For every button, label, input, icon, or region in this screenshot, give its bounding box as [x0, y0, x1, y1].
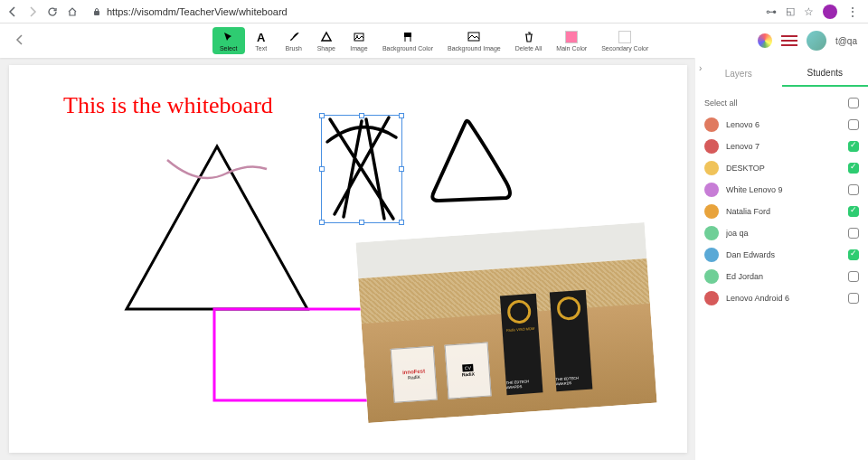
tool-maincolor[interactable]: Main Color: [549, 27, 594, 54]
student-row[interactable]: joa qa: [704, 222, 859, 244]
student-row[interactable]: Natalia Ford: [704, 201, 859, 222]
tool-label: Secondary Color: [601, 45, 648, 52]
back-chevron-icon[interactable]: [14, 33, 25, 49]
student-row[interactable]: Dan Edwards: [704, 244, 859, 266]
embedded-image[interactable]: innoFestRadiX CVRadiX Radix VISO MDMTHE …: [355, 222, 656, 423]
side-panel: › Layers Students Select all Lenovo 6Len…: [694, 58, 868, 460]
student-row[interactable]: Lenovo 6: [704, 114, 859, 136]
student-checkbox[interactable]: [848, 271, 859, 282]
award-text: RadiX: [462, 371, 476, 378]
student-name: Ed Jordan: [726, 272, 841, 281]
select-all-checkbox[interactable]: [848, 98, 859, 108]
browser-back-button[interactable]: [5, 5, 20, 19]
browser-home-button[interactable]: [65, 5, 80, 19]
student-row[interactable]: Ed Jordan: [704, 266, 859, 287]
tool-image[interactable]: Image: [343, 27, 375, 54]
student-checkbox[interactable]: [848, 184, 859, 195]
student-name: Lenovo Android 6: [726, 294, 841, 303]
star-icon[interactable]: ☆: [804, 5, 814, 18]
student-avatar: [704, 139, 719, 154]
shape-icon: [319, 30, 334, 44]
flag-icon[interactable]: [781, 35, 797, 46]
student-name: DESKTOP: [726, 164, 841, 173]
brush-stroke-pink[interactable]: [163, 155, 271, 192]
svg-text:A: A: [257, 31, 266, 43]
tool-label: Image: [350, 45, 367, 52]
whiteboard-canvas[interactable]: This is the whiteboard: [9, 65, 687, 453]
award-text: THE EDTECH AWARDS: [505, 378, 542, 390]
menu-icon[interactable]: ⋮: [846, 5, 859, 19]
student-checkbox[interactable]: [848, 249, 859, 260]
student-row[interactable]: White Lenovo 9: [704, 179, 859, 201]
lock-icon: [92, 4, 101, 20]
tool-brush[interactable]: Brush: [278, 27, 310, 54]
tab-layers[interactable]: Layers: [695, 60, 782, 87]
panel-collapse-icon[interactable]: ›: [699, 63, 702, 73]
tool-bgimage[interactable]: Background Image: [440, 27, 508, 54]
student-row[interactable]: Lenovo 7: [704, 136, 859, 157]
student-avatar: [704, 269, 719, 284]
student-name: joa qa: [726, 229, 841, 238]
student-row[interactable]: DESKTOP: [704, 157, 859, 179]
award-text: Radix VISO MDM: [506, 326, 535, 333]
tool-label: Background Image: [448, 45, 501, 52]
browser-reload-button[interactable]: [45, 5, 60, 19]
student-checkbox[interactable]: [848, 163, 859, 174]
palette-icon[interactable]: [758, 33, 772, 48]
image-icon: [352, 30, 366, 44]
bgcolor-icon: [401, 30, 415, 44]
profile-icon[interactable]: [823, 5, 837, 19]
tool-shape[interactable]: Shape: [310, 27, 343, 54]
select-all-row[interactable]: Select all: [704, 92, 859, 114]
student-avatar: [704, 226, 719, 240]
url-text[interactable]: https://visomdm/TeacherView/whiteboard: [107, 6, 288, 17]
student-row[interactable]: Lenovo Android 6: [704, 287, 859, 309]
qr-icon[interactable]: ◱: [786, 5, 795, 17]
user-label: t@qa: [835, 36, 857, 46]
tool-label: Delete All: [515, 45, 542, 52]
tab-students[interactable]: Students: [782, 60, 869, 87]
student-avatar: [704, 183, 719, 197]
tool-label: Brush: [286, 45, 302, 52]
student-checkbox[interactable]: [848, 228, 859, 239]
student-avatar: [704, 248, 719, 262]
maincolor-icon: [564, 30, 579, 44]
tool-select[interactable]: Select: [212, 27, 245, 54]
tool-label: Shape: [317, 45, 335, 52]
deleteall-icon: [522, 30, 536, 44]
svg-rect-0: [94, 11, 99, 15]
scribble-shape[interactable]: [316, 110, 407, 228]
tool-deleteall[interactable]: Delete All: [508, 27, 550, 54]
browser-bar: https://visomdm/TeacherView/whiteboard ⊶…: [0, 0, 868, 23]
select-all-label: Select all: [704, 99, 841, 108]
student-checkbox[interactable]: [848, 293, 859, 304]
student-avatar: [704, 161, 719, 175]
freehand-triangle[interactable]: [416, 115, 524, 214]
student-checkbox[interactable]: [848, 206, 859, 217]
user-avatar[interactable]: [807, 31, 826, 51]
award-text: RadiX: [408, 374, 420, 380]
svg-rect-6: [214, 309, 369, 400]
student-checkbox[interactable]: [848, 119, 859, 130]
tool-text[interactable]: AText: [245, 27, 278, 54]
student-avatar: [704, 117, 719, 132]
student-name: Lenovo 6: [726, 120, 841, 129]
tool-label: Text: [255, 45, 267, 52]
brush-icon: [287, 30, 301, 44]
bgimage-icon: [467, 30, 481, 44]
tool-seccolor[interactable]: Secondary Color: [594, 27, 656, 54]
whiteboard-text[interactable]: This is the whiteboard: [63, 92, 273, 119]
tool-bgcolor[interactable]: Background Color: [375, 27, 440, 54]
browser-forward-button[interactable]: [25, 5, 40, 19]
key-icon[interactable]: ⊶: [766, 5, 777, 18]
tool-label: Background Color: [382, 45, 433, 52]
svg-rect-4: [404, 33, 411, 37]
student-avatar: [704, 204, 719, 219]
student-avatar: [704, 291, 719, 305]
student-name: White Lenovo 9: [726, 185, 841, 194]
student-name: Natalia Ford: [726, 207, 841, 216]
student-checkbox[interactable]: [848, 141, 859, 152]
award-text: THE EDTECH AWARDS: [555, 375, 592, 387]
rectangle-shape[interactable]: [212, 307, 371, 402]
student-name: Lenovo 7: [726, 142, 841, 151]
